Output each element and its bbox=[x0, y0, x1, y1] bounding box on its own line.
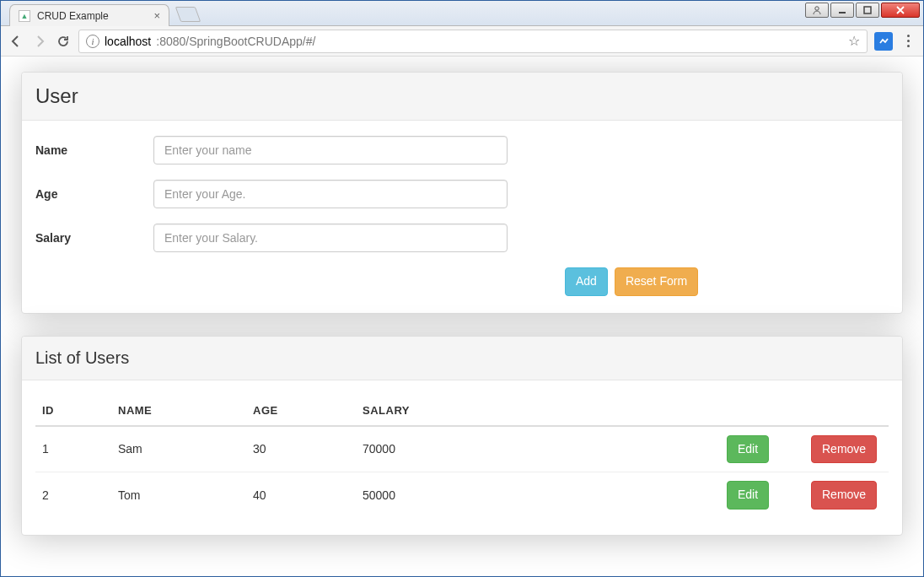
user-form-body: Name Age Salary Add bbox=[22, 121, 902, 313]
reset-form-button[interactable]: Reset Form bbox=[615, 267, 698, 296]
page-viewport[interactable]: User Name Age Salary bbox=[1, 57, 923, 576]
svg-rect-2 bbox=[864, 7, 871, 13]
cell-age: 30 bbox=[246, 426, 356, 472]
url-host: localhost bbox=[105, 35, 151, 48]
extension-icon[interactable] bbox=[874, 32, 893, 51]
bookmark-star-icon[interactable]: ☆ bbox=[848, 33, 860, 49]
edit-button[interactable]: Edit bbox=[727, 435, 769, 464]
browser-toolbar: i localhost:8080/SpringBootCRUDApp/#/ ☆ bbox=[1, 26, 923, 57]
form-row-age: Age bbox=[35, 180, 889, 208]
forward-button[interactable] bbox=[31, 33, 48, 50]
close-window-button[interactable] bbox=[881, 3, 920, 18]
browser-menu-button[interactable] bbox=[900, 35, 916, 47]
salary-label: Salary bbox=[35, 231, 153, 245]
user-account-button[interactable] bbox=[805, 3, 829, 18]
form-row-name: Name bbox=[35, 136, 889, 164]
table-row: 1Sam3070000EditRemove bbox=[35, 426, 889, 472]
cell-salary: 70000 bbox=[356, 426, 720, 472]
maximize-button[interactable] bbox=[856, 3, 879, 18]
remove-button[interactable]: Remove bbox=[811, 435, 877, 464]
users-table: ID NAME AGE SALARY 1Sam3070000EditRemove… bbox=[35, 396, 889, 518]
new-tab-button[interactable] bbox=[175, 7, 201, 22]
page-content: User Name Age Salary bbox=[1, 57, 923, 576]
user-form-title: User bbox=[35, 84, 889, 108]
user-form-heading: User bbox=[22, 73, 902, 121]
cell-age: 40 bbox=[246, 472, 356, 518]
browser-tab[interactable]: ▲ CRUD Example × bbox=[9, 4, 169, 26]
reload-button[interactable] bbox=[55, 33, 72, 50]
tab-strip: ▲ CRUD Example × bbox=[1, 1, 923, 26]
age-label: Age bbox=[35, 187, 153, 201]
cell-name: Tom bbox=[111, 472, 246, 518]
user-list-body: ID NAME AGE SALARY 1Sam3070000EditRemove… bbox=[22, 380, 902, 535]
user-list-title: List of Users bbox=[35, 348, 889, 368]
cell-name: Sam bbox=[111, 426, 246, 472]
name-input[interactable] bbox=[153, 136, 508, 164]
svg-point-0 bbox=[815, 7, 819, 10]
back-button[interactable] bbox=[8, 33, 24, 50]
window-controls bbox=[803, 1, 923, 19]
col-salary: SALARY bbox=[356, 396, 720, 426]
user-form-panel: User Name Age Salary bbox=[21, 72, 903, 314]
col-id: ID bbox=[35, 396, 111, 426]
site-info-icon[interactable]: i bbox=[86, 35, 99, 48]
minimize-button[interactable] bbox=[830, 3, 854, 18]
user-list-heading: List of Users bbox=[22, 337, 902, 380]
cell-id: 2 bbox=[35, 472, 111, 518]
tab-title: CRUD Example bbox=[37, 10, 109, 22]
close-tab-icon[interactable]: × bbox=[153, 9, 160, 22]
user-list-panel: List of Users ID NAME AGE SALARY bbox=[21, 336, 903, 536]
cell-salary: 50000 bbox=[356, 472, 720, 518]
col-age: AGE bbox=[246, 396, 356, 426]
cell-id: 1 bbox=[35, 426, 111, 472]
browser-chrome: ▲ CRUD Example × i localhost:8080/Spring… bbox=[1, 1, 923, 576]
table-row: 2Tom4050000EditRemove bbox=[35, 472, 889, 518]
os-window: ▲ CRUD Example × i localhost:8080/Spring… bbox=[0, 0, 924, 577]
form-actions: Add Reset Form bbox=[565, 267, 889, 296]
name-label: Name bbox=[35, 143, 153, 157]
svg-rect-1 bbox=[839, 12, 846, 13]
age-input[interactable] bbox=[153, 180, 508, 208]
address-bar[interactable]: i localhost:8080/SpringBootCRUDApp/#/ ☆ bbox=[78, 30, 868, 53]
col-name: NAME bbox=[111, 396, 246, 426]
url-rest: :8080/SpringBootCRUDApp/#/ bbox=[156, 35, 315, 48]
form-row-salary: Salary bbox=[35, 224, 889, 252]
edit-button[interactable]: Edit bbox=[727, 481, 769, 510]
favicon-icon: ▲ bbox=[19, 10, 30, 22]
remove-button[interactable]: Remove bbox=[811, 481, 877, 510]
add-button[interactable]: Add bbox=[565, 267, 608, 296]
salary-input[interactable] bbox=[153, 224, 508, 252]
